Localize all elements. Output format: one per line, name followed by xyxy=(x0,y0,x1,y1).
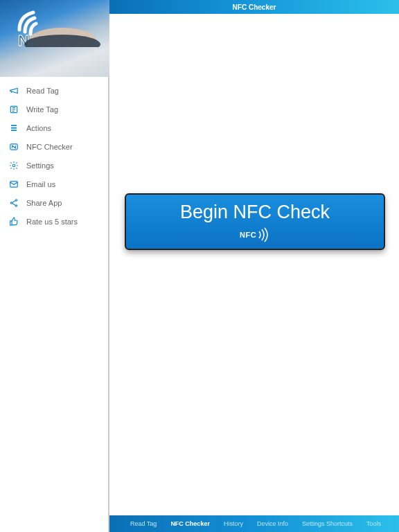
sidebar-item-share-app[interactable]: Share App xyxy=(0,193,108,212)
footer-tab-read-tag[interactable]: Read Tag xyxy=(123,520,163,527)
svg-rect-5 xyxy=(11,127,17,128)
svg-rect-6 xyxy=(11,130,17,131)
sidebar-item-rate-us[interactable]: Rate us 5 stars xyxy=(0,212,108,231)
sidebar-item-write-tag[interactable]: Write Tag xyxy=(0,100,108,118)
mail-icon xyxy=(8,179,19,190)
sidebar-item-actions[interactable]: Actions xyxy=(0,118,108,137)
page-title: NFC Checker xyxy=(233,3,276,11)
main-panel: NFC Checker Begin NFC Check NFC Read Tag… xyxy=(109,0,399,532)
sidebar-item-email-us[interactable]: Email us xyxy=(0,175,108,193)
sidebar-item-nfc-checker[interactable]: NFC Checker xyxy=(0,137,108,156)
content-area: Begin NFC Check NFC xyxy=(109,14,399,515)
app-root: NFC Read Tag Write Tag xyxy=(0,0,399,532)
footer-tab-history[interactable]: History xyxy=(217,520,250,527)
nfc-icon xyxy=(8,141,19,152)
sidebar-item-label: Share App xyxy=(26,199,62,207)
thumbs-up-icon xyxy=(8,216,19,227)
share-icon xyxy=(8,197,19,209)
hand-icon xyxy=(21,6,104,47)
sidebar-item-settings[interactable]: Settings xyxy=(0,156,108,175)
sidebar-item-read-tag[interactable]: Read Tag xyxy=(0,81,108,100)
svg-point-12 xyxy=(15,204,17,206)
sidebar-item-label: Email us xyxy=(26,180,55,188)
svg-point-10 xyxy=(15,199,17,200)
footer-tabs: Read Tag NFC Checker History Device Info… xyxy=(109,515,399,532)
sidebar-item-label: Actions xyxy=(26,124,51,132)
footer-tab-device-info[interactable]: Device Info xyxy=(250,520,295,527)
sidebar-nav: Read Tag Write Tag Actions NFC Checker xyxy=(0,77,108,231)
footer-tab-tools[interactable]: Tools xyxy=(360,520,388,527)
sidebar-item-label: NFC Checker xyxy=(26,143,73,151)
footer-tab-settings-shortcuts[interactable]: Settings Shortcuts xyxy=(295,520,360,527)
svg-text:NFC: NFC xyxy=(240,231,256,239)
gear-icon xyxy=(8,160,19,171)
app-logo: NFC xyxy=(0,0,109,77)
actions-icon xyxy=(8,123,19,134)
sidebar: NFC Read Tag Write Tag xyxy=(0,0,109,532)
svg-rect-4 xyxy=(11,125,17,126)
footer-tab-nfc-checker[interactable]: NFC Checker xyxy=(163,520,217,527)
nfc-signal-icon: NFC xyxy=(240,227,270,242)
header-bar: NFC Checker xyxy=(109,0,399,14)
begin-button-label: Begin NFC Check xyxy=(180,202,330,223)
begin-nfc-check-button[interactable]: Begin NFC Check NFC xyxy=(125,193,385,250)
write-icon xyxy=(8,104,19,115)
sidebar-item-label: Write Tag xyxy=(26,105,58,114)
svg-point-8 xyxy=(12,164,15,167)
svg-point-11 xyxy=(10,202,12,203)
megaphone-icon xyxy=(8,85,19,96)
sidebar-item-label: Settings xyxy=(26,161,54,170)
sidebar-item-label: Read Tag xyxy=(26,87,59,95)
sidebar-item-label: Rate us 5 stars xyxy=(26,218,78,226)
